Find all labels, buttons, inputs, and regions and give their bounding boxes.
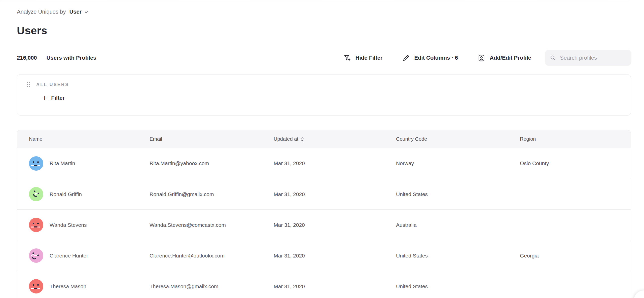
updated-at-cell: Mar 31, 2020 xyxy=(274,160,396,166)
country-cell: United States xyxy=(396,191,520,197)
table-header-row: Name Email Updated at Country Code Regio… xyxy=(17,130,631,148)
email-cell: Rita.Martin@yahoox.com xyxy=(150,160,274,166)
user-count-label: Users with Profiles xyxy=(47,55,96,61)
country-cell: United States xyxy=(396,253,520,259)
email-cell: Ronald.Griffin@gmailx.com xyxy=(150,191,274,197)
profile-name-cell[interactable]: Rita Martin xyxy=(29,156,150,171)
column-header-country-code[interactable]: Country Code xyxy=(396,136,520,142)
plus-icon: + xyxy=(43,95,47,100)
country-cell: Norway xyxy=(396,160,520,166)
avatar-face-wink xyxy=(29,248,43,263)
search-profiles-box[interactable] xyxy=(545,50,631,66)
avatar xyxy=(29,279,43,293)
profile-name: Clarence Hunter xyxy=(50,253,88,259)
user-count: 216,000 xyxy=(17,55,37,61)
users-page: Analyze Uniques by User Users 216,000 Us… xyxy=(0,0,644,298)
hide-filter-label: Hide Filter xyxy=(355,55,383,61)
filter-group-header: ALL USERS xyxy=(26,81,631,88)
all-users-label: ALL USERS xyxy=(36,82,69,87)
profile-name-cell[interactable]: Wanda Stevens xyxy=(29,218,150,232)
filter-panel: ALL USERS + Filter xyxy=(17,74,631,116)
updated-at-cell: Mar 31, 2020 xyxy=(274,283,396,289)
analyze-uniques-label: Analyze Uniques by xyxy=(17,9,66,15)
profile-name-cell[interactable]: Clarence Hunter xyxy=(29,248,150,263)
toolbar: Hide Filter Edit Columns · 6 Add/Edit Pr… xyxy=(343,50,631,66)
column-header-region[interactable]: Region xyxy=(520,136,631,142)
avatar xyxy=(29,248,43,263)
sort-icon[interactable] xyxy=(300,136,304,142)
table-row[interactable]: Clarence Hunter Clarence.Hunter@outlookx… xyxy=(17,240,631,271)
updated-at-cell: Mar 31, 2020 xyxy=(274,222,396,228)
page-title: Users xyxy=(17,24,631,37)
avatar-face-neutral xyxy=(29,218,43,232)
column-header-updated-at[interactable]: Updated at xyxy=(274,136,396,142)
profile-name: Theresa Mason xyxy=(50,283,86,289)
add-filter-button[interactable]: + Filter xyxy=(43,95,65,101)
column-header-email[interactable]: Email xyxy=(150,136,274,142)
funnel-plus-icon xyxy=(343,54,351,62)
updated-at-cell: Mar 31, 2020 xyxy=(274,191,396,197)
avatar-face-smile xyxy=(29,187,43,201)
analyze-uniques-value[interactable]: User xyxy=(69,9,82,15)
region-cell: Oslo County xyxy=(520,160,631,166)
hide-filter-button[interactable]: Hide Filter xyxy=(343,54,383,62)
drag-handle-icon[interactable] xyxy=(26,81,31,88)
help-fab-button[interactable] xyxy=(634,290,644,298)
edit-columns-button[interactable]: Edit Columns · 6 xyxy=(402,54,458,62)
top-dotted-divider xyxy=(0,1,629,1)
profile-name: Wanda Stevens xyxy=(50,222,87,228)
table-row[interactable]: Rita Martin Rita.Martin@yahoox.com Mar 3… xyxy=(17,148,631,179)
table-row[interactable]: Theresa Mason Theresa.Mason@gmailx.com M… xyxy=(17,271,631,298)
users-table: Name Email Updated at Country Code Regio… xyxy=(17,130,631,298)
profile-name: Rita Martin xyxy=(50,160,75,166)
pencil-icon xyxy=(402,54,410,62)
updated-at-cell: Mar 31, 2020 xyxy=(274,253,396,259)
search-icon xyxy=(550,54,556,61)
country-cell: United States xyxy=(396,283,520,289)
profile-name: Ronald Griffin xyxy=(50,191,82,197)
add-edit-profile-label: Add/Edit Profile xyxy=(490,55,531,61)
add-filter-label: Filter xyxy=(51,95,65,101)
table-row[interactable]: Ronald Griffin Ronald.Griffin@gmailx.com… xyxy=(17,179,631,209)
breadcrumb: Analyze Uniques by User xyxy=(17,8,631,15)
region-cell: Georgia xyxy=(520,253,631,259)
profile-name-cell[interactable]: Theresa Mason xyxy=(29,279,150,293)
search-profiles-input[interactable] xyxy=(560,55,626,61)
profile-name-cell[interactable]: Ronald Griffin xyxy=(29,187,150,201)
chevron-down-icon[interactable] xyxy=(84,10,89,15)
column-header-name[interactable]: Name xyxy=(29,136,150,142)
avatar-face-neutral xyxy=(29,156,43,171)
stats-toolbar-row: 216,000 Users with Profiles Hide Filter … xyxy=(17,50,631,66)
avatar-face-neutral xyxy=(29,279,43,293)
email-cell: Clarence.Hunter@outlookx.com xyxy=(150,253,274,259)
country-cell: Australia xyxy=(396,222,520,228)
avatar xyxy=(29,187,43,201)
email-cell: Theresa.Mason@gmailx.com xyxy=(150,283,274,289)
email-cell: Wanda.Stevens@comcastx.com xyxy=(150,222,274,228)
user-count-group: 216,000 Users with Profiles xyxy=(17,55,96,61)
add-edit-profile-button[interactable]: Add/Edit Profile xyxy=(478,54,531,62)
avatar xyxy=(29,218,43,232)
table-row[interactable]: Wanda Stevens Wanda.Stevens@comcastx.com… xyxy=(17,209,631,240)
profile-card-icon xyxy=(478,54,485,62)
avatar xyxy=(29,156,43,171)
edit-columns-label: Edit Columns · 6 xyxy=(414,55,458,61)
